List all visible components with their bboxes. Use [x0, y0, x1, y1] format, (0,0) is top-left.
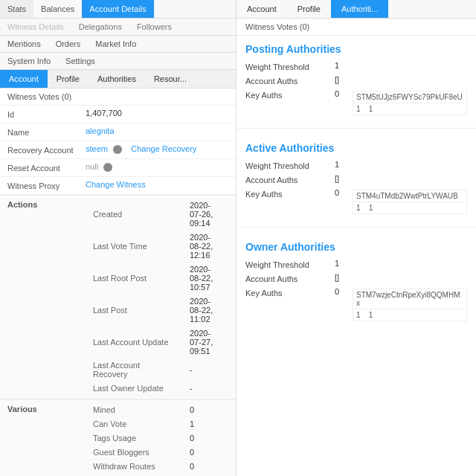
owner-key-val2: 1	[369, 311, 373, 319]
action-label-6: Last Owner Update	[86, 382, 182, 396]
posting-key-auths-value: 0 STM5tUJjz6FWYSc79PkUF8eU 1 1	[335, 89, 467, 115]
nav-stats[interactable]: Stats	[0, 0, 33, 18]
field-recovery: Recovery Account steem Change Recovery	[0, 141, 236, 159]
nav-settings[interactable]: Settings	[58, 53, 103, 69]
nav-followers[interactable]: Followers	[129, 19, 179, 35]
posting-account-auths-row: Account Auths []	[245, 75, 467, 86]
owner-key-cell-idx: 1 1	[353, 309, 467, 321]
active-key-row-1: STM4uTMdb2WwtPtrLYWAUB	[353, 190, 467, 202]
posting-key-outer: 0 STM5tUJjz6FWYSc79PkUF8eU 1 1	[335, 89, 467, 115]
actions-section: Actions Created 2020-07-26, 09:14 Last V…	[0, 195, 236, 399]
proxy-label: Witness Proxy	[7, 180, 86, 190]
nav-mentions[interactable]: Mentions	[0, 36, 48, 52]
action-row-5: Last Account Recovery -	[86, 358, 228, 382]
owner-key-auths-value: 0 STM7wzjeCtnRpeXyi8QQMHMx 1 1	[335, 287, 467, 321]
active-weight-value: 1	[335, 160, 467, 169]
posting-key-cell-idx: 1 1	[353, 103, 467, 115]
owner-weight-value: 1	[335, 259, 467, 268]
active-key-table: STM4uTMdb2WwtPtrLYWAUB 1 1	[353, 190, 467, 214]
field-id: Id 1,407,700	[0, 106, 236, 123]
nav-market-info[interactable]: Market Info	[88, 36, 144, 52]
recovery-icon	[113, 145, 122, 154]
third-nav: Mentions Orders Market Info	[0, 36, 236, 53]
various-row-0: Mined 0	[86, 403, 228, 417]
right-tab-authorities[interactable]: Authoriti...	[331, 0, 389, 18]
nav-orders[interactable]: Orders	[48, 36, 89, 52]
action-label-5: Last Account Recovery	[86, 358, 182, 382]
top-nav: Stats Balances Account Details	[0, 0, 236, 19]
tab-authorities[interactable]: Authorities	[89, 70, 145, 88]
active-account-auths-value: []	[335, 174, 467, 183]
active-key-cell-idx: 1 1	[353, 202, 467, 214]
name-link[interactable]: alegnita	[86, 126, 115, 135]
posting-key-cell-key: STM5tUJjz6FWYSc79PkUF8eU	[353, 91, 467, 103]
action-label-2: Last Root Post	[86, 263, 182, 295]
tab-account[interactable]: Account	[0, 70, 48, 88]
name-value: alegnita	[86, 126, 228, 135]
owner-key-row-1: STM7wzjeCtnRpeXyi8QQMHMx	[353, 289, 467, 309]
posting-account-auths-label: Account Auths	[245, 75, 335, 86]
posting-key-idx2: 1	[356, 105, 361, 113]
action-row-3: Last Post 2020-08-22, 11:02	[86, 295, 228, 327]
various-row-1: Can Vote 1	[86, 417, 228, 431]
nav-delegations[interactable]: Delegations	[71, 19, 129, 35]
active-key-cell-key: STM4uTMdb2WwtPtrLYWAUB	[353, 190, 467, 202]
id-label: Id	[7, 109, 86, 119]
action-value-4: 2020-07-27, 09:51	[182, 327, 228, 358]
owner-key-idx2: 1	[356, 311, 361, 319]
actions-table: Created 2020-07-26, 09:14 Last Vote Time…	[86, 199, 228, 396]
action-value-1: 2020-08-22, 12:16	[182, 231, 228, 263]
reset-value: null	[86, 162, 228, 172]
recovery-value: steem Change Recovery	[86, 144, 228, 154]
action-label-3: Last Post	[86, 295, 182, 327]
owner-key-outer: 0 STM7wzjeCtnRpeXyi8QQMHMx 1 1	[335, 287, 467, 321]
action-label-1: Last Vote Time	[86, 231, 182, 263]
change-witness-link[interactable]: Change Witness	[86, 180, 146, 189]
posting-key-auths-label: Key Auths	[245, 89, 335, 100]
active-key-outer: 0 STM4uTMdb2WwtPtrLYWAUB 1 1	[335, 188, 467, 214]
change-recovery-link[interactable]: Change Recovery	[131, 144, 196, 153]
right-tab-profile[interactable]: Profile	[287, 0, 331, 18]
recovery-link[interactable]: steem	[86, 144, 108, 153]
posting-weight-row: Weight Threshold 1	[245, 61, 467, 71]
active-key-index: 0	[335, 188, 347, 197]
active-key-auths-label: Key Auths	[245, 188, 335, 199]
field-reset: Reset Account null	[0, 159, 236, 177]
owner-key-index: 0	[335, 287, 347, 296]
nav-account-details[interactable]: Account Details	[82, 0, 153, 18]
owner-weight-row: Weight Threshold 1	[245, 259, 467, 269]
tab-resources[interactable]: Resour...	[145, 70, 196, 88]
tab-profile[interactable]: Profile	[48, 70, 89, 88]
action-value-5: -	[182, 358, 228, 382]
posting-key-auths-row: Key Auths 0 STM5tUJjz6FWYSc79PkUF8eU 1 1	[245, 89, 467, 115]
right-tab-account[interactable]: Account	[237, 0, 287, 18]
nav-balances[interactable]: Balances	[33, 0, 82, 18]
owner-key-cell-key: STM7wzjeCtnRpeXyi8QQMHMx	[353, 289, 467, 309]
active-key-row-2: 1 1	[353, 202, 467, 214]
owner-key-auths-label: Key Auths	[245, 287, 335, 298]
nav-witness-details: Witness Details	[0, 19, 71, 35]
recovery-label: Recovery Account	[7, 144, 86, 155]
owner-key-table: STM7wzjeCtnRpeXyi8QQMHMx 1 1	[353, 289, 467, 321]
right-panel: Account Profile Authoriti... Witness Vot…	[237, 0, 476, 476]
posting-weight-value: 1	[335, 61, 467, 70]
active-account-auths-label: Account Auths	[245, 174, 335, 184]
posting-weight-label: Weight Threshold	[245, 61, 335, 71]
various-row-4: Withdraw Routes 0	[86, 460, 228, 474]
owner-auth-title: Owner Authorities	[245, 241, 467, 253]
various-label-1: Can Vote	[86, 417, 182, 431]
various-table: Mined 0 Can Vote 1 Tags Usage 0 Guest Bl…	[86, 403, 228, 474]
actions-label: Actions	[7, 199, 86, 209]
various-label-3: Guest Bloggers	[86, 446, 182, 460]
owner-weight-label: Weight Threshold	[245, 259, 335, 269]
posting-auth-title: Posting Authorities	[245, 43, 467, 55]
nav-system-info[interactable]: System Info	[0, 53, 58, 69]
posting-key-index: 0	[335, 89, 347, 98]
active-authorities-section: Active Authorities Weight Threshold 1 Ac…	[237, 135, 476, 221]
active-weight-row: Weight Threshold 1	[245, 160, 467, 170]
various-value-2: 0	[182, 431, 228, 446]
reset-icon	[103, 163, 112, 172]
active-weight-label: Weight Threshold	[245, 160, 335, 170]
action-row-4: Last Account Update 2020-07-27, 09:51	[86, 327, 228, 358]
various-label-0: Mined	[86, 403, 182, 417]
